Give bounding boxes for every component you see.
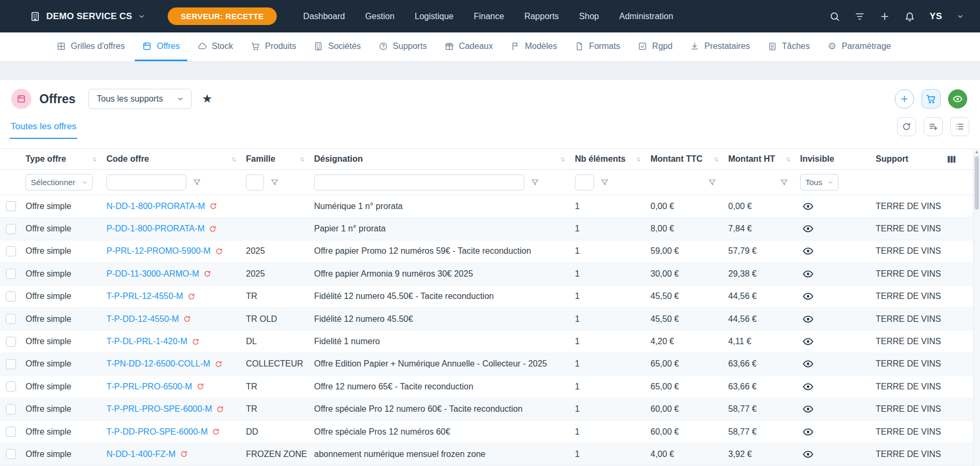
preview-button[interactable] xyxy=(948,89,967,109)
row-checkbox[interactable] xyxy=(6,427,16,437)
row-checkbox[interactable] xyxy=(6,359,16,369)
quick-add-icon[interactable] xyxy=(879,11,890,22)
notifications-bell-icon[interactable] xyxy=(904,11,915,22)
brand-menu[interactable]: DEMO SERVICE CS xyxy=(30,11,145,22)
topnav-logistique[interactable]: Logistique xyxy=(415,12,454,21)
table-row[interactable]: Offre simple N-DD-1-400-FZ-M FROZEN ZONE… xyxy=(0,443,980,465)
visibility-eye-icon[interactable] xyxy=(802,223,814,235)
visibility-eye-icon[interactable] xyxy=(802,336,814,347)
table-row[interactable]: Offre simple T-P-DD-PRO-SPE-6000-M DD Of… xyxy=(0,421,980,443)
table-row[interactable]: Offre simple P-DD-11-3000-ARMO-M 2025 Of… xyxy=(0,263,980,285)
topnav-rapports[interactable]: Rapports xyxy=(524,12,559,21)
favorite-star-icon[interactable]: ★ xyxy=(202,93,212,105)
header-montant-ttc[interactable]: Montant TTC ↑↓ xyxy=(646,149,724,169)
scroll-up-arrow[interactable]: ▲ xyxy=(974,149,980,154)
refresh-button[interactable] xyxy=(897,117,916,136)
table-row[interactable]: Offre simple T-P-DD-12-4550-M TR OLD Fid… xyxy=(0,308,980,330)
table-row[interactable]: Offre simple T-P-DL-PRL-1-420-M DL Fidel… xyxy=(0,330,980,353)
scrollbar-thumb[interactable] xyxy=(975,156,979,210)
tab-societes[interactable]: Sociétés xyxy=(306,32,368,61)
funnel-filter-icon[interactable] xyxy=(193,178,201,187)
add-offer-button[interactable] xyxy=(895,89,914,109)
tab-formats[interactable]: Formats xyxy=(567,32,628,61)
table-row[interactable]: Offre simple T-P-PRL-PRO-6500-M TR Offre… xyxy=(0,376,980,398)
funnel-filter-icon[interactable] xyxy=(780,178,788,187)
offer-code-link[interactable]: P-PRL-12-PROMO-5900-M xyxy=(106,246,211,256)
table-row[interactable]: Offre simple N-DD-1-800-PRORATA-M Numéri… xyxy=(0,195,980,218)
tab-rgpd[interactable]: Rgpd xyxy=(630,32,680,61)
table-row[interactable]: Offre simple T-PN-DD-12-6500-COLL-M COLL… xyxy=(0,353,980,376)
row-checkbox[interactable] xyxy=(6,246,16,256)
funnel-filter-icon[interactable] xyxy=(531,178,539,187)
filter-famille-input[interactable] xyxy=(246,174,264,190)
sort-icon[interactable]: ↑↓ xyxy=(300,155,305,163)
topnav-gestion[interactable]: Gestion xyxy=(365,12,394,21)
offer-code-link[interactable]: T-P-DD-12-4550-M xyxy=(106,314,179,324)
tab-produits[interactable]: Produits xyxy=(243,32,304,61)
table-row[interactable]: Offre simple P-DD-1-800-PRORATA-M Papier… xyxy=(0,218,980,240)
vertical-scrollbar[interactable]: ▲ xyxy=(973,148,980,466)
tab-grilles-d-offres[interactable]: Grilles d'offres xyxy=(49,32,132,61)
offer-code-link[interactable]: T-P-PRL-12-4550-M xyxy=(106,292,183,301)
visibility-eye-icon[interactable] xyxy=(802,381,814,393)
topnav-administration[interactable]: Administration xyxy=(619,12,673,21)
user-avatar[interactable]: YS xyxy=(929,11,942,22)
visibility-eye-icon[interactable] xyxy=(802,290,814,302)
header-famille[interactable]: Famille ↑↓ xyxy=(242,149,310,169)
tab-supports[interactable]: Supports xyxy=(371,32,434,61)
tab-parametrage[interactable]: ⚙Paramétrage xyxy=(820,32,899,61)
row-checkbox[interactable] xyxy=(6,381,16,392)
table-row[interactable]: Offre simple T-P-PRL-PRO-SPE-6000-M TR O… xyxy=(0,398,980,421)
visibility-eye-icon[interactable] xyxy=(802,245,814,257)
column-settings-icon[interactable] xyxy=(946,154,957,164)
visibility-eye-icon[interactable] xyxy=(802,313,814,325)
row-checkbox[interactable] xyxy=(6,292,16,302)
topnav-finance[interactable]: Finance xyxy=(474,12,504,21)
search-icon[interactable] xyxy=(829,11,840,22)
row-checkbox[interactable] xyxy=(6,201,16,211)
row-checkbox[interactable] xyxy=(6,314,16,324)
offer-code-link[interactable]: P-DD-1-800-PRORATA-M xyxy=(106,224,204,234)
row-checkbox[interactable] xyxy=(6,449,16,459)
visibility-eye-icon[interactable] xyxy=(802,268,814,280)
table-row[interactable]: Offre simple P-PRL-12-PROMO-5900-M 2025 … xyxy=(0,240,980,263)
visibility-eye-icon[interactable] xyxy=(802,358,814,370)
tab-stock[interactable]: Stock xyxy=(190,32,241,61)
offer-code-link[interactable]: N-DD-1-800-PRORATA-M xyxy=(106,202,205,211)
filter-designation-input[interactable] xyxy=(314,174,524,190)
sort-icon[interactable]: ↑↓ xyxy=(232,155,237,163)
sort-icon[interactable]: ↑↓ xyxy=(786,155,791,163)
offer-code-link[interactable]: T-P-PRL-PRO-6500-M xyxy=(106,382,192,392)
header-nb-elements[interactable]: Nb éléments ↑↓ xyxy=(571,149,646,169)
tab-cadeaux[interactable]: Cadeaux xyxy=(437,32,500,61)
filter-code-input[interactable] xyxy=(106,174,186,190)
support-filter-select[interactable]: Tous les supports xyxy=(88,89,192,109)
sort-icon[interactable]: ↑↓ xyxy=(92,155,97,163)
visibility-eye-icon[interactable] xyxy=(802,426,814,438)
row-checkbox[interactable] xyxy=(6,269,16,279)
cart-button[interactable] xyxy=(921,89,941,109)
row-checkbox[interactable] xyxy=(6,337,16,347)
sort-icon[interactable]: ↑↓ xyxy=(561,155,566,163)
offer-code-link[interactable]: T-P-DL-PRL-1-420-M xyxy=(106,337,187,346)
header-montant-ht[interactable]: Montant HT ↑↓ xyxy=(724,149,796,169)
filter-type-select[interactable]: Sélectionner xyxy=(26,174,93,190)
header-type-offre[interactable]: Type offre ↑↓ xyxy=(21,149,102,169)
tab-modeles[interactable]: Modèles xyxy=(503,32,564,61)
filter-nb-input[interactable] xyxy=(575,174,594,190)
visibility-eye-icon[interactable] xyxy=(802,448,814,460)
filter-icon[interactable] xyxy=(854,11,865,22)
funnel-filter-icon[interactable] xyxy=(270,178,279,187)
topnav-dashboard[interactable]: Dashboard xyxy=(303,12,345,21)
offer-code-link[interactable]: T-P-PRL-PRO-SPE-6000-M xyxy=(106,404,212,414)
visibility-eye-icon[interactable] xyxy=(802,403,814,415)
topnav-shop[interactable]: Shop xyxy=(579,12,599,21)
offer-code-link[interactable]: P-DD-11-3000-ARMO-M xyxy=(106,269,199,279)
funnel-filter-icon[interactable] xyxy=(600,178,609,187)
sort-icon[interactable]: ↑↓ xyxy=(636,155,641,163)
tab-toutes-les-offres[interactable]: Toutes les offres xyxy=(10,117,77,139)
add-to-list-button[interactable] xyxy=(924,117,943,136)
row-checkbox[interactable] xyxy=(6,404,16,414)
tab-taches[interactable]: Tâches xyxy=(760,32,817,61)
tab-prestataires[interactable]: Prestataires xyxy=(682,32,757,61)
